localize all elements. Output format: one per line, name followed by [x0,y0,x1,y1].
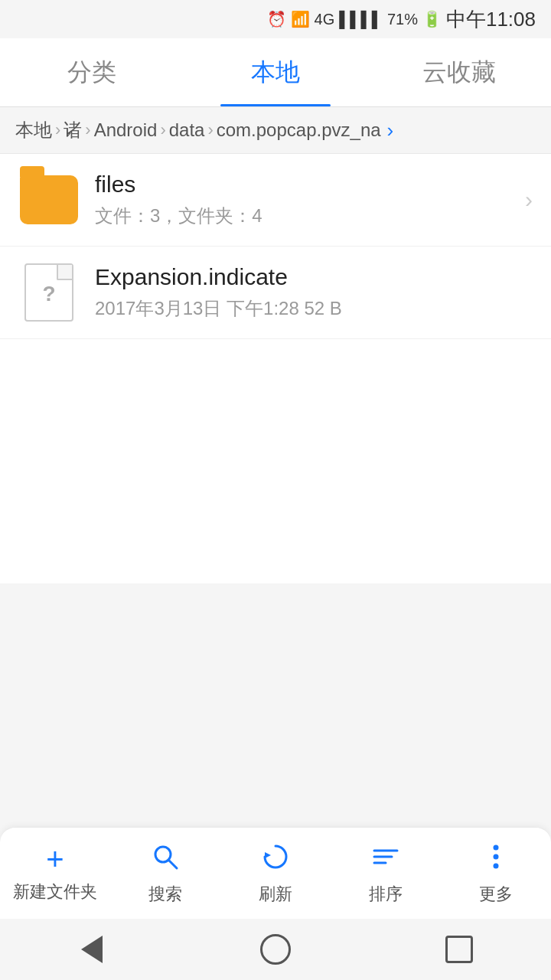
tab-local[interactable]: 本地 [184,38,367,106]
refresh-icon [260,841,291,877]
file-name-files: files [95,172,525,198]
breadcrumb-android[interactable]: Android [94,119,158,141]
toolbar-more-label: 更多 [479,883,513,906]
nav-recent-button[interactable] [436,926,482,972]
content-spacer [0,583,551,828]
file-name-expansion: Expansion.indicate [95,264,533,290]
svg-point-8 [494,863,499,868]
breadcrumb-sep-2: › [160,120,165,140]
tab-cloud[interactable]: 云收藏 [367,38,551,106]
nav-home-icon [260,934,291,965]
nav-back-icon [81,936,103,963]
status-time: 中午11:08 [446,6,536,33]
svg-point-7 [494,854,499,859]
alarm-icon: ⏰ [267,10,286,28]
svg-line-1 [168,860,177,868]
toolbar-sort[interactable]: 排序 [331,841,441,906]
tab-bar: 分类 本地 云收藏 [0,38,551,107]
nav-home-button[interactable] [253,926,298,972]
battery-percent: 71% [387,11,418,28]
toolbar-refresh[interactable]: 刷新 [220,841,331,906]
wifi-icon: 📶 [291,10,310,28]
nav-recent-icon [445,936,473,963]
search-icon [150,841,181,877]
file-info-expansion: Expansion.indicate 2017年3月13日 下午1:28 52 … [95,264,533,321]
bottom-toolbar: + 新建文件夹 搜索 刷新 排序 [0,827,551,919]
breadcrumb-local[interactable]: 本地 [15,118,52,142]
file-meta-files: 文件：3，文件夹：4 [95,204,525,228]
new-folder-icon: + [46,844,64,874]
breadcrumb-zhu[interactable]: 诸 [64,118,82,142]
toolbar-more[interactable]: 更多 [441,841,551,906]
breadcrumb-more-arrow[interactable]: › [387,119,394,142]
breadcrumb-package[interactable]: com.popcap.pvz_na [217,119,381,141]
file-item-expansion[interactable]: ? Expansion.indicate 2017年3月13日 下午1:28 5… [0,247,551,339]
file-chevron-files: › [525,187,533,213]
svg-point-6 [494,844,499,850]
toolbar-new-folder[interactable]: + 新建文件夹 [0,844,110,903]
nav-back-button[interactable] [69,926,115,972]
toolbar-new-folder-label: 新建文件夹 [13,880,97,903]
toolbar-search[interactable]: 搜索 [110,841,220,906]
file-item-files[interactable]: files 文件：3，文件夹：4 › [0,154,551,247]
folder-icon-files [18,169,80,230]
sort-icon [370,841,401,877]
breadcrumb-sep-1: › [85,120,90,140]
svg-marker-2 [265,852,271,858]
breadcrumb: 本地 › 诸 › Android › data › com.popcap.pvz… [0,107,551,154]
file-icon-expansion: ? [18,262,80,323]
battery-icon: 🔋 [422,10,442,28]
file-info-files: files 文件：3，文件夹：4 [95,172,525,228]
unknown-file-icon: ? [42,282,55,306]
signal-bars: ▌▌▌▌ [339,11,383,28]
breadcrumb-data[interactable]: data [169,119,205,141]
tab-classify[interactable]: 分类 [0,38,184,106]
status-bar: ⏰ 📶 4G ▌▌▌▌ 71% 🔋 中午11:08 [0,0,551,38]
file-list: files 文件：3，文件夹：4 › ? Expansion.indicate … [0,154,551,583]
toolbar-sort-label: 排序 [369,883,403,906]
more-icon [481,841,511,877]
breadcrumb-sep-0: › [55,120,60,140]
toolbar-search-label: 搜索 [148,883,182,906]
toolbar-refresh-label: 刷新 [259,883,292,906]
breadcrumb-sep-3: › [207,120,213,140]
nav-bar [0,919,551,980]
file-meta-expansion: 2017年3月13日 下午1:28 52 B [95,296,533,321]
network-type: 4G [315,11,335,28]
